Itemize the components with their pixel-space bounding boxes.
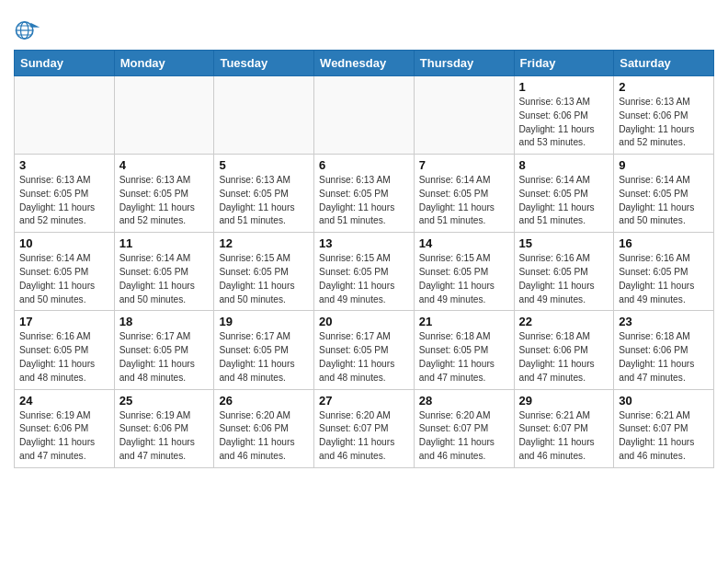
day-number: 21 [419, 315, 509, 328]
day-number: 27 [319, 394, 409, 408]
day-info: Sunrise: 6:14 AM Sunset: 6:05 PM Dayligh… [119, 252, 210, 306]
day-info: Sunrise: 6:14 AM Sunset: 6:05 PM Dayligh… [519, 174, 609, 228]
day-info: Sunrise: 6:13 AM Sunset: 6:05 PM Dayligh… [119, 174, 210, 228]
day-info: Sunrise: 6:13 AM Sunset: 6:05 PM Dayligh… [319, 174, 409, 228]
calendar-body: 1Sunrise: 6:13 AM Sunset: 6:06 PM Daylig… [15, 76, 714, 468]
day-number: 30 [619, 394, 709, 408]
day-cell: 15Sunrise: 6:16 AM Sunset: 6:05 PM Dayli… [514, 233, 614, 311]
day-info: Sunrise: 6:18 AM Sunset: 6:05 PM Dayligh… [419, 330, 509, 385]
day-cell: 2Sunrise: 6:13 AM Sunset: 6:06 PM Daylig… [614, 76, 714, 155]
day-number: 22 [519, 315, 609, 328]
day-number: 23 [619, 315, 709, 328]
week-row-4: 17Sunrise: 6:16 AM Sunset: 6:05 PM Dayli… [15, 311, 714, 389]
day-number: 25 [119, 394, 210, 408]
day-info: Sunrise: 6:21 AM Sunset: 6:07 PM Dayligh… [519, 409, 609, 464]
day-header-sunday: Sunday [15, 51, 115, 76]
day-cell [314, 76, 415, 155]
day-info: Sunrise: 6:15 AM Sunset: 6:05 PM Dayligh… [319, 252, 409, 306]
day-cell [214, 76, 314, 155]
day-info: Sunrise: 6:15 AM Sunset: 6:05 PM Dayligh… [419, 252, 509, 306]
day-number: 18 [119, 315, 210, 328]
day-info: Sunrise: 6:14 AM Sunset: 6:05 PM Dayligh… [419, 174, 509, 228]
day-info: Sunrise: 6:20 AM Sunset: 6:07 PM Dayligh… [419, 409, 509, 464]
day-info: Sunrise: 6:18 AM Sunset: 6:06 PM Dayligh… [519, 330, 609, 385]
day-info: Sunrise: 6:19 AM Sunset: 6:06 PM Dayligh… [19, 409, 109, 464]
day-number: 1 [519, 80, 609, 94]
day-number: 14 [419, 236, 509, 250]
day-header-friday: Friday [514, 51, 614, 76]
day-cell: 11Sunrise: 6:14 AM Sunset: 6:05 PM Dayli… [114, 233, 214, 311]
day-number: 13 [319, 236, 409, 250]
day-number: 4 [119, 158, 210, 172]
day-info: Sunrise: 6:15 AM Sunset: 6:05 PM Dayligh… [219, 252, 309, 306]
day-cell: 12Sunrise: 6:15 AM Sunset: 6:05 PM Dayli… [214, 233, 314, 311]
day-number: 6 [319, 158, 409, 172]
day-info: Sunrise: 6:13 AM Sunset: 6:06 PM Dayligh… [519, 96, 609, 150]
day-cell: 13Sunrise: 6:15 AM Sunset: 6:05 PM Dayli… [314, 233, 415, 311]
day-info: Sunrise: 6:13 AM Sunset: 6:06 PM Dayligh… [619, 96, 709, 150]
day-number: 7 [419, 158, 509, 172]
day-cell: 17Sunrise: 6:16 AM Sunset: 6:05 PM Dayli… [15, 311, 115, 389]
day-cell: 9Sunrise: 6:14 AM Sunset: 6:05 PM Daylig… [614, 155, 714, 233]
day-number: 24 [19, 394, 109, 408]
day-number: 10 [19, 236, 109, 250]
day-info: Sunrise: 6:16 AM Sunset: 6:05 PM Dayligh… [519, 252, 609, 306]
day-info: Sunrise: 6:18 AM Sunset: 6:06 PM Dayligh… [619, 330, 709, 385]
day-number: 28 [419, 394, 509, 408]
day-info: Sunrise: 6:17 AM Sunset: 6:05 PM Dayligh… [119, 330, 210, 385]
day-number: 15 [519, 236, 609, 250]
calendar-table: SundayMondayTuesdayWednesdayThursdayFrid… [14, 50, 714, 468]
day-header-tuesday: Tuesday [214, 51, 314, 76]
day-cell: 7Sunrise: 6:14 AM Sunset: 6:05 PM Daylig… [414, 155, 514, 233]
header-row: SundayMondayTuesdayWednesdayThursdayFrid… [15, 51, 714, 76]
day-cell [15, 76, 115, 155]
day-number: 16 [619, 236, 709, 250]
day-info: Sunrise: 6:13 AM Sunset: 6:05 PM Dayligh… [19, 174, 109, 228]
day-cell: 1Sunrise: 6:13 AM Sunset: 6:06 PM Daylig… [514, 76, 614, 155]
day-cell: 22Sunrise: 6:18 AM Sunset: 6:06 PM Dayli… [514, 311, 614, 389]
day-cell: 3Sunrise: 6:13 AM Sunset: 6:05 PM Daylig… [15, 155, 115, 233]
week-row-3: 10Sunrise: 6:14 AM Sunset: 6:05 PM Dayli… [15, 233, 714, 311]
day-number: 26 [219, 394, 309, 408]
day-header-saturday: Saturday [614, 51, 714, 76]
day-number: 12 [219, 236, 309, 250]
week-row-5: 24Sunrise: 6:19 AM Sunset: 6:06 PM Dayli… [15, 389, 714, 467]
day-number: 11 [119, 236, 210, 250]
day-cell: 14Sunrise: 6:15 AM Sunset: 6:05 PM Dayli… [414, 233, 514, 311]
calendar-header: SundayMondayTuesdayWednesdayThursdayFrid… [15, 51, 714, 76]
day-header-wednesday: Wednesday [314, 51, 415, 76]
day-number: 9 [619, 158, 709, 172]
day-cell: 19Sunrise: 6:17 AM Sunset: 6:05 PM Dayli… [214, 311, 314, 389]
day-info: Sunrise: 6:17 AM Sunset: 6:05 PM Dayligh… [319, 330, 409, 385]
week-row-1: 1Sunrise: 6:13 AM Sunset: 6:06 PM Daylig… [15, 76, 714, 155]
day-cell: 10Sunrise: 6:14 AM Sunset: 6:05 PM Dayli… [15, 233, 115, 311]
day-cell: 8Sunrise: 6:14 AM Sunset: 6:05 PM Daylig… [514, 155, 614, 233]
day-cell: 5Sunrise: 6:13 AM Sunset: 6:05 PM Daylig… [214, 155, 314, 233]
day-number: 19 [219, 315, 309, 328]
day-cell: 24Sunrise: 6:19 AM Sunset: 6:06 PM Dayli… [15, 389, 115, 467]
day-info: Sunrise: 6:21 AM Sunset: 6:07 PM Dayligh… [619, 409, 709, 464]
day-cell: 25Sunrise: 6:19 AM Sunset: 6:06 PM Dayli… [114, 389, 214, 467]
day-cell: 4Sunrise: 6:13 AM Sunset: 6:05 PM Daylig… [114, 155, 214, 233]
day-cell: 20Sunrise: 6:17 AM Sunset: 6:05 PM Dayli… [314, 311, 415, 389]
day-cell: 28Sunrise: 6:20 AM Sunset: 6:07 PM Dayli… [414, 389, 514, 467]
day-info: Sunrise: 6:19 AM Sunset: 6:06 PM Dayligh… [119, 409, 210, 464]
day-cell: 26Sunrise: 6:20 AM Sunset: 6:06 PM Dayli… [214, 389, 314, 467]
day-number: 29 [519, 394, 609, 408]
day-number: 5 [219, 158, 309, 172]
day-cell: 18Sunrise: 6:17 AM Sunset: 6:05 PM Dayli… [114, 311, 214, 389]
day-info: Sunrise: 6:14 AM Sunset: 6:05 PM Dayligh… [619, 174, 709, 228]
day-info: Sunrise: 6:17 AM Sunset: 6:05 PM Dayligh… [219, 330, 309, 385]
day-cell: 29Sunrise: 6:21 AM Sunset: 6:07 PM Dayli… [514, 389, 614, 467]
day-number: 17 [19, 315, 109, 328]
day-number: 2 [619, 80, 709, 94]
day-info: Sunrise: 6:16 AM Sunset: 6:05 PM Dayligh… [19, 330, 109, 385]
day-cell [414, 76, 514, 155]
header [14, 9, 714, 44]
day-info: Sunrise: 6:14 AM Sunset: 6:05 PM Dayligh… [19, 252, 109, 306]
day-cell: 6Sunrise: 6:13 AM Sunset: 6:05 PM Daylig… [314, 155, 415, 233]
day-info: Sunrise: 6:16 AM Sunset: 6:05 PM Dayligh… [619, 252, 709, 306]
logo [14, 17, 45, 44]
day-number: 3 [19, 158, 109, 172]
logo-icon [14, 17, 41, 44]
